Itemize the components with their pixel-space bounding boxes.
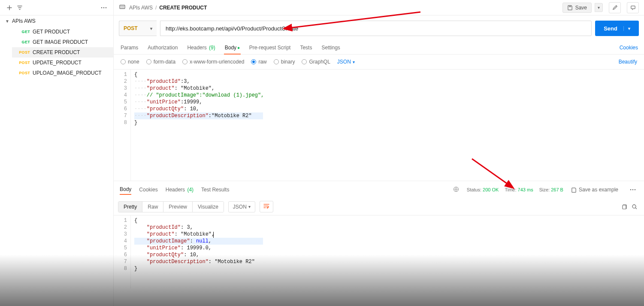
- sidebar-item[interactable]: POSTCREATE PRODUCT: [12, 47, 113, 58]
- svg-point-7: [632, 189, 634, 191]
- tab-prerequest[interactable]: Pre-request Script: [248, 41, 292, 54]
- save-dropdown[interactable]: ▾: [595, 3, 603, 12]
- body-format-select[interactable]: JSON ▾: [337, 59, 355, 65]
- svg-point-0: [101, 7, 103, 8]
- resp-format-select[interactable]: JSON ▾: [228, 201, 255, 212]
- breadcrumb-parent[interactable]: APIs AWS: [129, 5, 153, 11]
- status-value: 200 OK: [483, 187, 499, 192]
- sidebar-item[interactable]: GETGET PRODUCT: [12, 27, 113, 37]
- comment-icon[interactable]: [627, 2, 639, 13]
- svg-point-8: [635, 189, 636, 191]
- sidebar-item-label: GET PRODUCT: [33, 29, 70, 35]
- view-raw[interactable]: Raw: [142, 202, 163, 212]
- breadcrumb-current: CREATE PRODUCT: [159, 5, 207, 11]
- sidebar-item[interactable]: POSTUPDATE_PRODUCT: [12, 58, 113, 68]
- method-badge: POST: [18, 50, 30, 55]
- size-value: 267 B: [551, 187, 563, 192]
- collection-name: APIs AWS: [12, 18, 36, 24]
- body-graphql[interactable]: GraphQL: [302, 59, 330, 65]
- view-preview[interactable]: Preview: [163, 202, 193, 212]
- chevron-down-icon: ▾: [353, 60, 355, 64]
- collection-header[interactable]: ▼ APIs AWS: [0, 15, 113, 27]
- save-as-example[interactable]: Save as example: [571, 187, 618, 193]
- globe-icon[interactable]: [453, 186, 459, 194]
- chevron-down-icon[interactable]: ▾: [623, 26, 630, 31]
- filter-icon[interactable]: [15, 3, 25, 13]
- sidebar-item[interactable]: GETGET IMAGE PRODUCT: [12, 37, 113, 47]
- breadcrumb: APIs AWS / CREATE PRODUCT: [129, 5, 207, 11]
- body-x-www[interactable]: x-www-form-urlencoded: [182, 59, 244, 65]
- svg-rect-4: [631, 6, 635, 9]
- sidebar-item-label: CREATE PRODUCT: [33, 49, 80, 55]
- copy-icon[interactable]: [619, 202, 629, 212]
- search-icon[interactable]: [629, 202, 640, 212]
- tab-headers[interactable]: Headers (9): [186, 41, 216, 54]
- svg-rect-3: [120, 5, 125, 9]
- method-badge: GET: [18, 40, 30, 44]
- new-icon[interactable]: [4, 3, 15, 13]
- body-form-data[interactable]: form-data: [146, 59, 175, 65]
- request-body-editor[interactable]: 12345678 {····"productId":3,····"product…: [114, 69, 644, 181]
- sidebar-item[interactable]: POSTUPLOAD_IMAGE_PRODUCT: [12, 68, 113, 78]
- send-button[interactable]: Send ▾: [595, 21, 639, 36]
- method-badge: POST: [18, 71, 30, 75]
- more-icon[interactable]: [99, 3, 109, 13]
- url-input[interactable]: http://eks.bootcamp.net/api/v0/Product/P…: [160, 21, 592, 36]
- view-pretty[interactable]: Pretty: [118, 202, 142, 212]
- resp-tab-headers[interactable]: Headers (4): [166, 185, 194, 194]
- cookies-link[interactable]: Cookies: [620, 45, 638, 51]
- save-button[interactable]: Save: [562, 3, 592, 13]
- resp-tab-body[interactable]: Body: [120, 185, 131, 195]
- chevron-down-icon: ▼: [5, 19, 9, 24]
- resp-tab-cookies[interactable]: Cookies: [139, 185, 157, 194]
- resp-tab-test-results[interactable]: Test Results: [201, 185, 229, 194]
- svg-point-1: [103, 7, 105, 8]
- tab-settings[interactable]: Settings: [320, 41, 341, 54]
- body-none[interactable]: none: [121, 59, 139, 65]
- response-body-editor[interactable]: 12345678 { "productId": 3, "product": "M…: [114, 215, 644, 288]
- http-icon: [119, 3, 126, 12]
- body-binary[interactable]: binary: [274, 59, 295, 65]
- sidebar-item-label: UPDATE_PRODUCT: [33, 60, 82, 66]
- beautify-link[interactable]: Beautify: [619, 59, 637, 65]
- time-value: 743 ms: [518, 187, 533, 192]
- svg-point-2: [106, 7, 107, 8]
- chevron-down-icon: ▾: [150, 26, 152, 31]
- svg-point-6: [630, 189, 632, 191]
- tab-authorization[interactable]: Authorization: [147, 41, 178, 54]
- more-icon[interactable]: [628, 185, 638, 195]
- svg-point-10: [632, 205, 636, 208]
- edit-icon[interactable]: [609, 2, 621, 13]
- tab-params[interactable]: Params: [120, 41, 139, 54]
- method-badge: GET: [18, 30, 30, 34]
- method-select[interactable]: POST ▾: [119, 21, 157, 36]
- text-cursor: [213, 232, 214, 238]
- tab-body[interactable]: Body•: [224, 41, 241, 54]
- sidebar-item-label: UPLOAD_IMAGE_PRODUCT: [33, 70, 102, 76]
- sidebar-item-label: GET IMAGE PRODUCT: [33, 39, 88, 45]
- view-visualize[interactable]: Visualize: [193, 202, 224, 212]
- tab-tests[interactable]: Tests: [299, 41, 313, 54]
- body-raw[interactable]: raw: [251, 59, 266, 65]
- sidebar: ▼ APIs AWS GETGET PRODUCTGETGET IMAGE PR…: [0, 0, 114, 306]
- svg-rect-9: [623, 205, 626, 209]
- chevron-down-icon: ▾: [248, 204, 251, 209]
- wrap-lines-icon[interactable]: [260, 201, 273, 212]
- method-badge: POST: [18, 61, 30, 65]
- view-mode-segment: Pretty Raw Preview Visualize: [118, 201, 224, 212]
